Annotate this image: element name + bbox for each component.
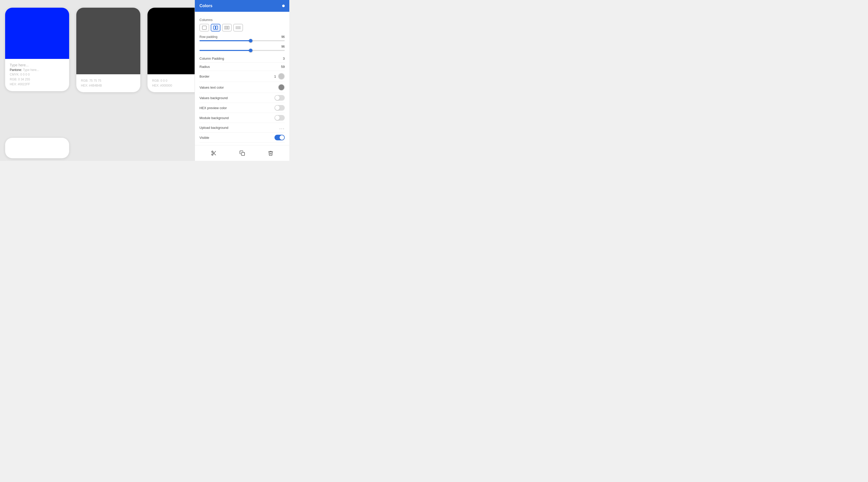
copy-button[interactable] — [238, 149, 247, 158]
svg-rect-8 — [238, 26, 239, 29]
color-card-blue: Type here... Pantone: Type here... CMYK:… — [5, 8, 69, 91]
row-padding-slider2[interactable] — [199, 50, 285, 51]
svg-rect-9 — [240, 26, 241, 29]
card-rgb-gray: RGB: 75 75 75 — [81, 79, 136, 83]
values-background-toggle[interactable] — [275, 95, 285, 101]
card-hex: HEX: #0022FF — [10, 82, 64, 87]
columns-row — [199, 24, 285, 31]
module-background-knob — [275, 116, 280, 120]
card-hex-gray: HEX: #4B4B4B — [81, 83, 136, 88]
hex-preview-color-toggle[interactable] — [275, 105, 285, 111]
col-icon-4[interactable] — [233, 24, 243, 31]
cut-button[interactable] — [209, 149, 218, 158]
card-type-input[interactable]: Type here... — [10, 63, 64, 67]
card-info-blue: Type here... Pantone: Type here... CMYK:… — [5, 59, 69, 91]
side-panel: Colors Columns — [195, 0, 289, 161]
border-label: Border — [199, 74, 210, 79]
col-icon-3[interactable] — [222, 24, 232, 31]
values-text-color-swatch[interactable] — [278, 84, 285, 91]
pantone-label: Pantone: — [10, 68, 22, 72]
svg-rect-1 — [214, 26, 215, 29]
color-card-partial — [5, 138, 69, 158]
values-background-row: Values background — [199, 93, 285, 103]
visible-row: Visible — [199, 133, 285, 143]
visible-toggle[interactable] — [275, 135, 285, 140]
svg-rect-5 — [228, 26, 229, 29]
panel-title: Colors — [199, 4, 213, 8]
column-padding-value[interactable]: 3 — [283, 57, 285, 60]
module-background-label: Module background — [199, 116, 229, 120]
row-padding-value1: 96 — [281, 35, 285, 39]
panel-toolbar — [195, 145, 289, 161]
panel-dot[interactable] — [282, 5, 285, 7]
svg-rect-0 — [202, 26, 206, 29]
svg-rect-7 — [237, 26, 238, 29]
col-icon-2[interactable] — [211, 24, 220, 31]
radius-row: Radius 59 — [199, 63, 285, 71]
column-padding-label: Column Padding — [199, 57, 224, 60]
delete-button[interactable] — [266, 149, 275, 158]
module-background-toggle[interactable] — [275, 115, 285, 121]
upload-background-label: Upload background — [199, 126, 228, 129]
row-padding-slider1[interactable] — [199, 40, 285, 41]
svg-rect-6 — [236, 26, 237, 29]
module-background-row: Module background — [199, 113, 285, 123]
col-icon-1[interactable] — [199, 24, 209, 31]
values-background-label: Values background — [199, 96, 228, 100]
upload-background-dots[interactable]: ... — [279, 125, 285, 130]
hex-preview-color-label: HEX preview color — [199, 106, 227, 110]
pantone-value: Type here... — [23, 68, 39, 72]
svg-line-13 — [214, 154, 216, 155]
values-background-knob — [275, 95, 280, 100]
svg-rect-4 — [226, 26, 228, 29]
svg-rect-2 — [216, 26, 218, 29]
card-hex-black: HEX: #000000 — [152, 83, 199, 88]
values-text-color-label: Values text color — [199, 86, 224, 89]
card-rgb-black: RGB: 0 0 0 — [152, 79, 199, 83]
panel-header: Colors — [195, 0, 289, 12]
row-padding-row: Row padding 96 — [199, 35, 285, 39]
card-info-gray: RGB: 75 75 75 HEX: #4B4B4B — [76, 74, 140, 92]
swatch-gray — [76, 8, 140, 74]
border-color-swatch[interactable] — [278, 73, 285, 80]
hex-preview-knob — [275, 106, 280, 110]
row-padding-row2: 96 — [199, 45, 285, 49]
radius-label: Radius — [199, 65, 210, 69]
svg-rect-15 — [242, 152, 245, 155]
panel-body: Columns — [195, 12, 289, 145]
visible-knob — [280, 135, 284, 140]
column-padding-row: Column Padding 3 — [199, 55, 285, 63]
card-pantone: Pantone: Type here... — [10, 68, 64, 72]
color-card-gray: RGB: 75 75 75 HEX: #4B4B4B — [76, 8, 140, 92]
radius-value[interactable]: 59 — [281, 65, 285, 69]
border-value: 1 — [274, 74, 276, 79]
values-text-color-row: Values text color — [199, 82, 285, 93]
row-padding-label: Row padding — [199, 35, 217, 39]
card-cmyk: CMYK: 0 0 0 0 — [10, 72, 64, 77]
columns-label: Columns — [199, 18, 285, 22]
hex-preview-color-row: HEX preview color — [199, 103, 285, 113]
card-rgb: RGB: 0 34 255 — [10, 77, 64, 82]
svg-rect-3 — [224, 26, 226, 29]
visible-label: Visible — [199, 136, 209, 140]
upload-background-row: Upload background ... — [199, 123, 285, 133]
row-padding-value2: 96 — [281, 45, 285, 49]
swatch-blue — [5, 8, 69, 59]
border-row: Border 1 — [199, 71, 285, 82]
